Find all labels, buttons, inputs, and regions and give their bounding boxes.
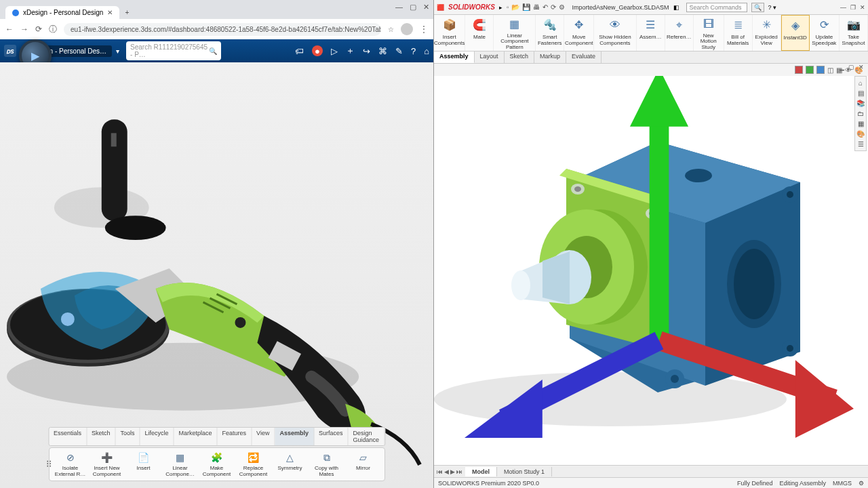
new-icon[interactable]: ▫ — [507, 3, 509, 11]
category-tab[interactable]: Features — [218, 428, 252, 445]
minimize-icon[interactable]: — — [840, 4, 846, 11]
ribbon-button[interactable]: 📦Insert Components — [434, 15, 465, 51]
close-icon[interactable]: ✕ — [860, 4, 865, 11]
ribbon-button[interactable]: ✳Exploded View — [753, 15, 781, 51]
plus-icon[interactable]: ＋ — [346, 45, 355, 57]
category-tab[interactable]: Lifecycle — [140, 428, 174, 445]
tool-button[interactable]: 🧩Make Component — [200, 451, 234, 478]
options-icon[interactable]: ⚙ — [559, 3, 565, 11]
save-icon[interactable]: 💾 — [522, 3, 530, 11]
orientation-triad[interactable] — [442, 76, 868, 438]
tool-button[interactable]: 🔁Replace Component — [237, 451, 271, 478]
chevron-down-icon[interactable]: ▾ — [116, 47, 119, 55]
tab-next-icon[interactable]: ▶ — [450, 468, 455, 475]
ribbon-button[interactable]: ☰Assem… — [637, 15, 665, 51]
appearance-blue-icon[interactable] — [816, 66, 825, 74]
tool-icon[interactable]: ✎ — [395, 46, 403, 56]
xdesign-viewport[interactable]: EssentialsSketchToolsLifecycleMarketplac… — [0, 62, 433, 488]
profile-avatar[interactable] — [401, 23, 413, 35]
mdi-close-icon[interactable]: ✕ — [859, 64, 864, 70]
command-search[interactable]: Search Commands — [686, 3, 747, 12]
address-bar[interactable]: eu1-ifwe.3dexperience.3ds.com/#dashboard… — [64, 23, 381, 36]
tool-button[interactable]: ▦Linear Compone… — [163, 451, 197, 478]
appearance-red-icon[interactable] — [795, 66, 803, 74]
appearances-icon[interactable]: 🎨 — [856, 130, 865, 138]
tool-button[interactable]: 📄Insert — [127, 451, 161, 478]
ribbon-button[interactable]: ✥Move Component — [564, 15, 594, 51]
custom-props-icon[interactable]: ☰ — [858, 140, 864, 148]
home-tab-icon[interactable]: ⌂ — [859, 79, 863, 87]
mdi-max-icon[interactable]: ▢ — [848, 64, 854, 70]
command-tab[interactable]: Evaluate — [566, 52, 601, 63]
ribbon-button[interactable]: ⌖Referen… — [665, 15, 694, 51]
tool-button[interactable]: ⊘Isolate External R… — [54, 451, 87, 478]
view-palette-icon[interactable]: ▦ — [858, 120, 864, 127]
chevron-right-icon[interactable]: ▸ — [499, 4, 502, 11]
tool-button[interactable]: ➕Insert New Component — [90, 451, 124, 478]
mdi-min-icon[interactable]: ▁ — [840, 64, 844, 70]
resources-tab-icon[interactable]: ▤ — [858, 89, 864, 97]
reload-icon[interactable]: ⟳ — [35, 24, 42, 34]
tab-last-icon[interactable]: ⏭ — [456, 468, 462, 475]
status-gear-icon[interactable]: ⚙ — [859, 480, 864, 487]
sw-help-icon[interactable]: ? ▾ — [768, 4, 777, 11]
notification-badge[interactable]: ● — [312, 45, 323, 56]
ribbon-button[interactable]: 👁Show Hidden Components — [594, 15, 637, 51]
command-tab[interactable]: Layout — [475, 52, 505, 63]
appearance-green-icon[interactable] — [806, 66, 814, 74]
ribbon-button[interactable]: ▦Linear Component Pattern — [494, 15, 536, 51]
tool-button[interactable]: ⧉Copy with Mates — [310, 451, 344, 478]
category-tab[interactable]: View — [252, 428, 275, 445]
ribbon-button[interactable]: 🔩Smart Fasteners — [536, 15, 564, 51]
design-library-icon[interactable]: 📚 — [856, 100, 865, 107]
command-tab[interactable]: Sketch — [505, 52, 535, 63]
search-scope-icon[interactable]: ◧ — [673, 4, 679, 11]
maximize-icon[interactable]: ▢ — [410, 3, 416, 12]
ds-logo-icon[interactable]: ᴅs — [4, 45, 16, 57]
ribbon-button[interactable]: ◈Instant3D — [781, 15, 810, 51]
search-icon[interactable]: 🔍 — [209, 47, 217, 55]
ribbon-button[interactable]: ⟳Update Speedpak — [810, 15, 840, 51]
help-icon[interactable]: ? — [411, 46, 416, 56]
open-icon[interactable]: 📂 — [511, 3, 519, 11]
motion-tab[interactable]: Motion Study 1 — [497, 467, 552, 476]
back-icon[interactable]: ← — [5, 24, 14, 34]
chrome-menu-icon[interactable]: ⋮ — [420, 24, 428, 34]
app-search[interactable]: Search R1112190275645 - P… 🔍 — [126, 41, 221, 60]
sw-graphics-area[interactable] — [434, 76, 868, 465]
home-icon[interactable]: ⌂ — [424, 46, 429, 56]
ribbon-button[interactable]: ≣Bill of Materials — [724, 15, 753, 51]
restore-icon[interactable]: ❐ — [850, 4, 856, 11]
category-tab[interactable]: Marketplace — [174, 428, 218, 445]
file-explorer-icon[interactable]: 🗀 — [857, 110, 864, 117]
category-tab[interactable]: Assembly — [275, 428, 314, 445]
category-tab[interactable]: Essentials — [49, 428, 87, 445]
minimize-icon[interactable]: — — [395, 3, 403, 12]
ribbon-button[interactable]: 🎞New Motion Study — [694, 15, 724, 51]
section-view-icon[interactable]: ◫ — [827, 66, 833, 74]
play-icon[interactable]: ▷ — [331, 46, 338, 56]
bookmark-icon[interactable]: ☆ — [388, 26, 394, 33]
ribbon-button[interactable]: 📷Take Snapshot — [840, 15, 868, 51]
category-tab[interactable]: Design Guidance — [349, 428, 385, 445]
command-tab[interactable]: Assembly — [434, 52, 475, 63]
browser-tab[interactable]: xDesign - Personal Design ✕ — [5, 6, 119, 19]
command-tab[interactable]: Markup — [534, 52, 566, 63]
tag-icon[interactable]: 🏷 — [295, 46, 304, 56]
search-go-icon[interactable]: 🔍 — [751, 3, 764, 12]
category-tab[interactable]: Surfaces — [314, 428, 349, 445]
toolbar-grip-icon[interactable]: ⁝⁝ — [46, 458, 52, 469]
forward-icon[interactable]: → — [20, 24, 28, 34]
new-tab-button[interactable]: + — [119, 6, 134, 19]
rebuild-icon[interactable]: ⟳ — [551, 3, 556, 11]
close-icon[interactable]: ✕ — [423, 3, 429, 12]
tool-button[interactable]: ▱Mirror — [347, 451, 380, 478]
tab-prev-icon[interactable]: ◀ — [444, 468, 449, 475]
print-icon[interactable]: 🖶 — [533, 3, 540, 11]
tab-close-icon[interactable]: ✕ — [107, 9, 113, 16]
category-tab[interactable]: Tools — [116, 428, 140, 445]
status-units[interactable]: MMGS — [833, 480, 852, 487]
ribbon-button[interactable]: 🧲Mate — [465, 15, 494, 51]
share-icon[interactable]: ↪ — [363, 46, 370, 56]
tool-button[interactable]: △Symmetry — [273, 451, 307, 478]
